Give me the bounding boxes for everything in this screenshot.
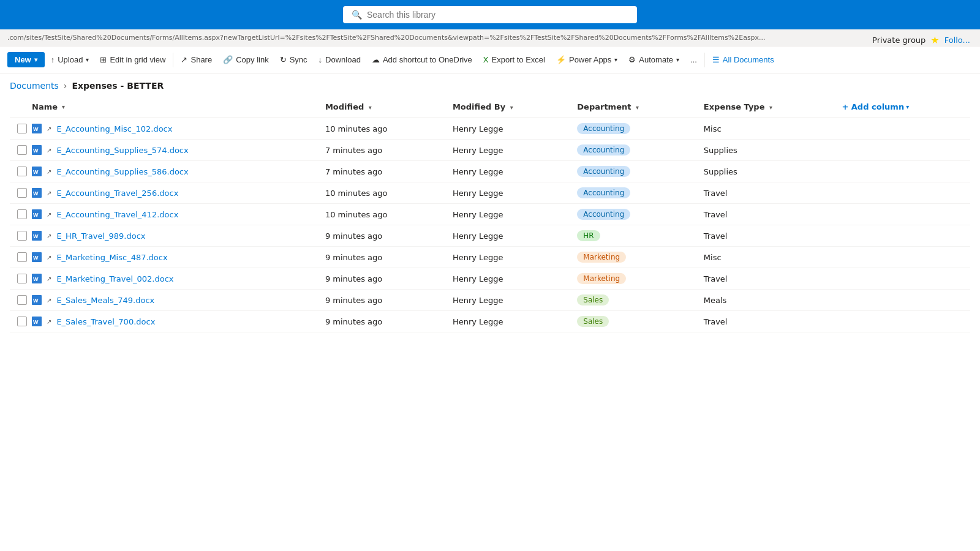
table-row[interactable]: W ↗ E_Sales_Meals_749.docx 9 minutes ago… (10, 290, 970, 311)
svg-text:W: W (33, 319, 39, 325)
table-row[interactable]: W ↗ E_HR_Travel_989.docx 9 minutes ago H… (10, 225, 970, 247)
col-modified-header[interactable]: Modified ▾ (318, 96, 445, 118)
file-name-cell: W ↗ E_Marketing_Travel_002.docx (10, 268, 318, 290)
expand-icon: ↗ (47, 297, 51, 304)
svg-text:W: W (33, 255, 39, 261)
share-icon: ↗ (181, 55, 187, 64)
file-name-cell: W ↗ E_Accounting_Travel_256.docx (10, 182, 318, 204)
excel-icon: X (483, 55, 489, 64)
checkbox[interactable] (17, 274, 27, 283)
share-button[interactable]: ↗ Share (176, 53, 217, 67)
automate-button[interactable]: ⚙ Automate ▾ (624, 53, 684, 67)
add-shortcut-button[interactable]: ☁ Add shortcut to OneDrive (367, 53, 477, 67)
sync-icon: ↻ (280, 55, 287, 64)
department-badge[interactable]: HR (577, 230, 600, 241)
export-excel-button[interactable]: X Export to Excel (478, 53, 550, 67)
copy-link-button[interactable]: 🔗 Copy link (218, 53, 273, 67)
expense-type-cell: Misc (696, 247, 835, 268)
department-badge[interactable]: Marketing (577, 252, 626, 263)
col-expense-type-header[interactable]: Expense Type ▾ (696, 96, 835, 118)
all-documents-button[interactable]: ☰ All Documents (707, 53, 779, 67)
department-badge[interactable]: Accounting (577, 209, 630, 220)
sync-button[interactable]: ↻ Sync (275, 53, 312, 67)
table-row[interactable]: W ↗ E_Marketing_Travel_002.docx 9 minute… (10, 268, 970, 290)
table-row[interactable]: W ↗ E_Sales_Travel_700.docx 9 minutes ag… (10, 311, 970, 332)
table-row[interactable]: W ↗ E_Accounting_Travel_412.docx 10 minu… (10, 204, 970, 225)
file-name-cell: W ↗ E_Sales_Meals_749.docx (10, 290, 318, 311)
table-row[interactable]: W ↗ E_Accounting_Supplies_586.docx 7 min… (10, 161, 970, 182)
modified-cell: 9 minutes ago (318, 311, 445, 332)
search-box[interactable]: 🔍 (343, 6, 637, 23)
col-name-header[interactable]: Name ▾ (10, 96, 318, 118)
upload-button[interactable]: ↑ Upload ▾ (46, 53, 94, 67)
expense-type-cell: Travel (696, 268, 835, 290)
word-icon: W (32, 252, 42, 262)
table-row[interactable]: W ↗ E_Accounting_Misc_102.docx 10 minute… (10, 118, 970, 140)
file-link[interactable]: E_Accounting_Misc_102.docx (56, 124, 172, 133)
modified-cell: 10 minutes ago (318, 118, 445, 140)
table-row[interactable]: W ↗ E_Accounting_Travel_256.docx 10 minu… (10, 182, 970, 204)
edit-grid-button[interactable]: ⊞ Edit in grid view (95, 53, 170, 67)
department-badge[interactable]: Accounting (577, 123, 630, 134)
file-link[interactable]: E_Marketing_Travel_002.docx (56, 274, 173, 283)
power-apps-icon: ⚡ (556, 55, 566, 64)
modified-cell: 9 minutes ago (318, 290, 445, 311)
svg-text:W: W (33, 233, 39, 239)
col-department-header[interactable]: Department ▾ (570, 96, 696, 118)
file-name-cell: W ↗ E_Accounting_Supplies_574.docx (10, 140, 318, 161)
breadcrumb-parent[interactable]: Documents (10, 81, 59, 91)
expense-type-cell: Travel (696, 204, 835, 225)
department-badge[interactable]: Sales (577, 316, 609, 327)
table-row[interactable]: W ↗ E_Accounting_Supplies_574.docx 7 min… (10, 140, 970, 161)
department-badge[interactable]: Sales (577, 294, 609, 305)
file-link[interactable]: E_Marketing_Misc_487.docx (56, 253, 167, 262)
department-badge[interactable]: Accounting (577, 187, 630, 198)
new-button[interactable]: New ▾ (7, 52, 45, 67)
file-link[interactable]: E_Accounting_Supplies_574.docx (56, 146, 188, 155)
department-cell: Sales (570, 290, 696, 311)
expand-icon: ↗ (47, 318, 51, 325)
file-link[interactable]: E_Accounting_Travel_256.docx (56, 189, 178, 198)
file-link[interactable]: E_HR_Travel_989.docx (56, 231, 145, 241)
power-apps-button[interactable]: ⚡ Power Apps ▾ (551, 53, 622, 67)
checkbox[interactable] (17, 167, 27, 176)
file-link[interactable]: E_Accounting_Supplies_586.docx (56, 167, 188, 176)
svg-text:W: W (33, 190, 39, 197)
department-badge[interactable]: Accounting (577, 166, 630, 177)
modified-by-cell: Henry Legge (445, 268, 570, 290)
checkbox[interactable] (17, 145, 27, 155)
search-input[interactable] (367, 10, 628, 20)
checkbox[interactable] (17, 209, 27, 219)
department-badge[interactable]: Marketing (577, 273, 626, 284)
word-icon: W (32, 295, 42, 305)
word-icon: W (32, 274, 42, 283)
svg-text:W: W (33, 169, 39, 175)
download-button[interactable]: ↓ Download (314, 53, 366, 67)
modified-by-cell: Henry Legge (445, 311, 570, 332)
file-name-cell: W ↗ E_Accounting_Misc_102.docx (10, 118, 318, 140)
col-modified-by-header[interactable]: Modified By ▾ (445, 96, 570, 118)
table-row[interactable]: W ↗ E_Marketing_Misc_487.docx 9 minutes … (10, 247, 970, 268)
follow-label[interactable]: Follo... (944, 36, 970, 45)
checkbox[interactable] (17, 317, 27, 326)
expand-icon: ↗ (47, 190, 51, 197)
checkbox[interactable] (17, 124, 27, 133)
more-button[interactable]: ... (685, 53, 702, 67)
checkbox[interactable] (17, 295, 27, 305)
add-column-header[interactable]: + Add column ▾ (834, 96, 970, 118)
file-link[interactable]: E_Sales_Travel_700.docx (56, 317, 155, 326)
checkbox[interactable] (17, 231, 27, 241)
modified-cell: 9 minutes ago (318, 225, 445, 247)
checkbox[interactable] (17, 252, 27, 262)
modified-by-cell: Henry Legge (445, 161, 570, 182)
file-link[interactable]: E_Accounting_Travel_412.docx (56, 210, 178, 219)
modified-cell: 9 minutes ago (318, 268, 445, 290)
file-name-cell: W ↗ E_Accounting_Travel_412.docx (10, 204, 318, 225)
file-name-cell: W ↗ E_HR_Travel_989.docx (10, 225, 318, 247)
svg-text:W: W (33, 276, 39, 282)
file-link[interactable]: E_Sales_Meals_749.docx (56, 296, 154, 305)
department-badge[interactable]: Accounting (577, 144, 630, 156)
word-icon: W (32, 167, 42, 176)
checkbox[interactable] (17, 188, 27, 198)
link-icon: 🔗 (223, 55, 233, 64)
